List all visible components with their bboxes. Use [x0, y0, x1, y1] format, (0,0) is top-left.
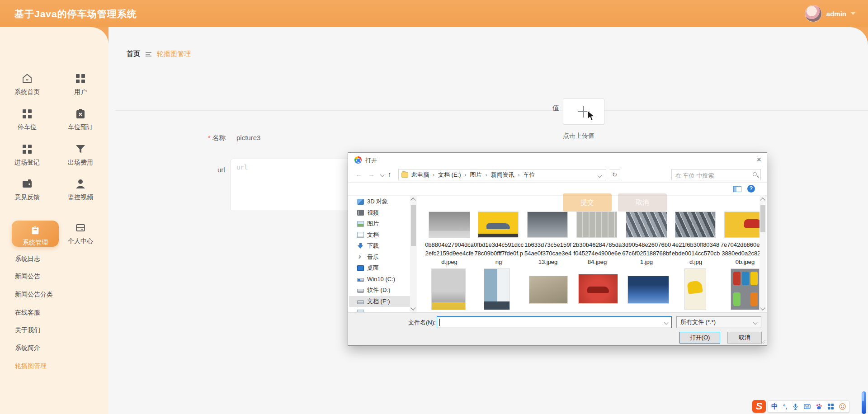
ime-punctuation-icon[interactable]: °,: [783, 403, 787, 410]
user-menu[interactable]: admin: [805, 5, 855, 22]
page-scrollbar[interactable]: [862, 391, 866, 414]
file-name[interactable]: 0b8804e27904dca2efc2159d9ee4cfed.jpeg: [425, 240, 474, 266]
file-open-dialog: 打开 × ← → ↑ 此电脑 › 文档 (E:) › 图片 › 新闻资讯 › 车…: [348, 152, 767, 346]
scroll-down-icon[interactable]: [410, 305, 415, 310]
file-thumbnail[interactable]: [724, 212, 761, 238]
tree-item-drive-d[interactable]: 软件 (D:): [349, 285, 410, 296]
file-name[interactable]: 1b633d73c5e159f54ae0f370cae3e413.jpeg: [523, 240, 573, 266]
file-thumbnail[interactable]: [429, 212, 470, 238]
history-chevron-icon[interactable]: [380, 173, 385, 177]
sidebar-item-entry[interactable]: 进场登记: [5, 143, 50, 167]
tree-item-pictures[interactable]: 图片: [349, 218, 410, 230]
keyboard-icon[interactable]: [804, 403, 811, 410]
up-icon[interactable]: ↑: [388, 170, 392, 178]
crumb-parking[interactable]: 车位: [524, 171, 535, 179]
address-chevron-icon[interactable]: [598, 174, 602, 178]
back-icon[interactable]: ←: [355, 170, 362, 178]
scroll-down-icon[interactable]: [760, 305, 765, 310]
open-button[interactable]: 打开(O): [679, 332, 720, 343]
dialog-cancel-button[interactable]: 取消: [727, 332, 762, 343]
file-thumbnail[interactable]: [484, 268, 510, 310]
crumb-this-pc[interactable]: 此电脑: [411, 171, 429, 179]
sidebar-item-news-category[interactable]: 新闻公告分类: [15, 291, 53, 299]
sidebar-item-monitor[interactable]: 监控视频: [58, 178, 103, 202]
sidebar-item-carousel-mgmt[interactable]: 轮播图管理: [15, 362, 47, 370]
file-name[interactable]: 7e7042db860e7d53880ed0a2c82fc20b.jpeg: [720, 240, 761, 266]
view-toggle-icon[interactable]: [733, 186, 741, 192]
tree-item-music[interactable]: 音乐: [349, 252, 410, 263]
submit-button[interactable]: 提交: [563, 193, 612, 212]
file-name[interactable]: 3d90548e26076b067c6f025188768bf1.jpg: [622, 240, 671, 266]
search-box[interactable]: 在 车位 中搜索: [671, 169, 761, 180]
sidebar-item-feedback[interactable]: 意见反馈: [5, 178, 50, 202]
forward-icon[interactable]: →: [368, 170, 375, 178]
tree-item-drive-e[interactable]: 文档 (E:): [349, 296, 410, 307]
close-icon[interactable]: ×: [756, 155, 761, 164]
document-icon: [357, 232, 364, 238]
tree-item-documents[interactable]: 文档: [349, 230, 410, 241]
file-thumbnail[interactable]: [576, 212, 617, 238]
microphone-icon[interactable]: [792, 403, 799, 410]
file-thumbnail[interactable]: [578, 274, 618, 304]
file-thumbnail[interactable]: [684, 268, 706, 310]
filename-input[interactable]: [437, 316, 672, 328]
sidebar-item-news[interactable]: 新闻公告: [15, 273, 40, 281]
sidebar-item-profile[interactable]: 个人中心: [58, 221, 103, 245]
file-thumbnail[interactable]: [626, 212, 667, 238]
sidebar-item-exit-fee[interactable]: 出场费用: [58, 143, 103, 167]
file-thumbnail[interactable]: [431, 268, 466, 310]
refresh-icon[interactable]: ↻: [609, 169, 620, 180]
apps-grid-icon[interactable]: [827, 403, 834, 410]
tree-scrollbar[interactable]: [410, 196, 417, 312]
scroll-up-icon[interactable]: [760, 198, 765, 202]
file-thumbnail[interactable]: [529, 276, 568, 304]
scrollbar-thumb[interactable]: [760, 205, 765, 232]
scrollbar-thumb[interactable]: [411, 205, 416, 246]
tree-item-clipped[interactable]: [349, 307, 410, 312]
sidebar-item-users[interactable]: 用户: [58, 72, 103, 96]
files-scrollbar[interactable]: [760, 196, 766, 312]
avatar[interactable]: [805, 5, 822, 22]
file-name[interactable]: 2b30b46284785daf045274e4900e6e84.jpeg: [572, 240, 622, 266]
sidebar-item-system-mgmt[interactable]: 系统管理: [12, 221, 59, 247]
tree-item-label: Win10 (C:): [367, 276, 395, 282]
sidebar-item-system-log[interactable]: 系统日志: [15, 255, 40, 263]
tree-item-drive-c[interactable]: Win10 (C:): [349, 274, 410, 285]
crumb-news[interactable]: 新闻资讯: [491, 171, 514, 179]
help-icon[interactable]: ?: [747, 185, 755, 193]
filename-chevron-icon[interactable]: [664, 320, 669, 325]
filetype-select[interactable]: 所有文件 (*.*): [676, 316, 761, 328]
chevron-down-icon: [851, 12, 855, 15]
resize-grip[interactable]: [761, 339, 765, 344]
sidebar-item-home[interactable]: 系统首页: [5, 72, 50, 96]
crumb-drive-e[interactable]: 文档 (E:): [438, 171, 461, 179]
sidebar-item-online-service[interactable]: 在线客服: [15, 309, 40, 317]
file-thumbnail[interactable]: [675, 212, 716, 238]
address-bar[interactable]: 此电脑 › 文档 (E:) › 图片 › 新闻资讯 › 车位: [398, 169, 606, 180]
file-name[interactable]: 0fbd1e3d4c591dcc78c09b0fff7fde0f.png: [474, 240, 524, 266]
tree-item-3d-objects[interactable]: 3D 对象: [349, 196, 410, 207]
upload-button[interactable]: [563, 99, 604, 125]
file-name[interactable]: 4e21f6b30ff80348ebde0014cc570cbd.jpg: [671, 240, 721, 266]
file-thumbnail[interactable]: [478, 212, 519, 238]
skin-paw-icon[interactable]: [816, 403, 822, 410]
sidebar-item-parking-spot[interactable]: 停车位: [5, 108, 50, 132]
sogou-logo-icon[interactable]: S: [752, 400, 766, 413]
dialog-titlebar[interactable]: 打开 ×: [348, 153, 767, 167]
upload-hint: 点击上传值: [563, 132, 594, 140]
ime-mode-chinese[interactable]: 中: [771, 402, 778, 411]
sidebar-item-system-intro[interactable]: 系统简介: [15, 344, 40, 352]
tree-item-downloads[interactable]: 下载: [349, 240, 410, 252]
file-thumbnail[interactable]: [627, 276, 669, 304]
form-cancel-button[interactable]: 取消: [618, 193, 667, 212]
sidebar-item-about-us[interactable]: 关于我们: [15, 326, 40, 334]
tree-item-desktop[interactable]: 桌面: [349, 263, 410, 274]
file-thumbnail[interactable]: [527, 212, 568, 238]
crumb-pictures[interactable]: 图片: [470, 171, 482, 179]
sidebar-item-reservation[interactable]: 车位预订: [58, 108, 103, 132]
emoji-icon[interactable]: [839, 403, 846, 410]
tree-item-videos[interactable]: 视频: [349, 207, 410, 219]
file-thumbnail[interactable]: [731, 268, 760, 310]
scroll-up-icon[interactable]: [410, 198, 415, 202]
breadcrumb-home[interactable]: 首页: [127, 50, 140, 58]
